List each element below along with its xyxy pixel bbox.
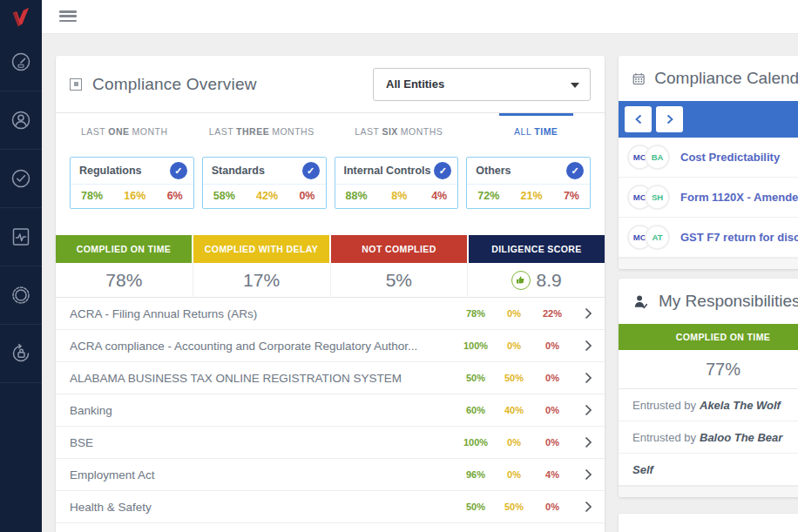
calendar-item-link[interactable]: Cost Predictability — [680, 151, 780, 164]
responsibilities-title: My Responsibilities — [659, 292, 798, 311]
calendar-nav-bar — [619, 101, 798, 138]
value-complied-with-delay: 17% — [193, 263, 331, 298]
page-title: Compliance Overview — [92, 75, 257, 94]
list-item[interactable]: ACRA - Filing Annual Returns (ARs) 78% 0… — [56, 298, 605, 330]
category-card-regulations[interactable]: Regulations 78% 16% 6% — [70, 157, 194, 209]
value-not-complied: 5% — [331, 263, 469, 298]
sidebar-item-certificates[interactable] — [0, 266, 42, 325]
list-item[interactable]: Banking 60% 40% 0% — [56, 394, 605, 427]
calendar-item-link[interactable]: GST F7 return for disc — [680, 231, 798, 244]
list-item[interactable]: ALABAMA BUSINESS TAX ONLINE REGISTRATION… — [56, 362, 605, 394]
header-complied-with-delay: COMPLIED WITH DELAY — [193, 235, 331, 263]
value-diligence-score: 8.9 — [468, 263, 605, 298]
chevron-right-icon[interactable] — [571, 372, 592, 384]
tab-all-time[interactable]: ALLTIME — [468, 113, 605, 150]
responsibility-row[interactable]: Entrusted by Baloo The Bear — [619, 421, 798, 454]
entity-filter-value: All Entities — [386, 77, 444, 91]
tab-last-six-months[interactable]: LASTSIXMONTHS — [330, 113, 468, 150]
responsibility-row[interactable]: Self — [619, 454, 798, 486]
not-complied-pct: 4% — [431, 190, 447, 202]
header-diligence-score: DILIGENCE SCORE — [469, 235, 605, 263]
category-card-others[interactable]: Others 72% 21% 7% — [466, 157, 591, 209]
top-bar — [42, 0, 798, 34]
security-audit-icon — [10, 342, 32, 365]
calendar-prev-button[interactable] — [625, 106, 652, 132]
category-card-standards[interactable]: Standards 58% 42% 0% — [202, 157, 327, 209]
on-time-pct: 72% — [477, 190, 499, 202]
self-label: Self — [632, 463, 653, 476]
value-complied-on-time: 78% — [56, 263, 193, 298]
sidebar-item-security-audit[interactable] — [0, 325, 42, 383]
calendar-item[interactable]: MO BA Cost Predictability — [619, 138, 798, 178]
tab-last-three-months[interactable]: LASTTHREEMONTHS — [193, 113, 331, 150]
list-item[interactable]: BSE 100% 0% 0% — [56, 427, 605, 459]
time-filter-tabs: LASTONEMONTH LASTTHREEMONTHS LASTSIXMONT… — [56, 113, 605, 150]
header-not-complied: NOT COMPLIED — [331, 235, 469, 263]
entity-badge: SH — [645, 185, 670, 210]
entrusted-by-label: Entrusted by — [632, 399, 696, 412]
list-item[interactable]: ACRA compliance - Accounting and Corpora… — [56, 330, 605, 362]
category-label: Standards — [212, 165, 265, 177]
overview-widget-icon — [70, 78, 82, 91]
chevron-right-icon[interactable] — [571, 340, 592, 352]
caret-down-icon — [571, 83, 579, 88]
on-time-pct: 58% — [213, 190, 235, 202]
user-icon — [10, 109, 32, 131]
entrusted-by-name: Baloo The Bear — [700, 431, 782, 444]
chevron-right-icon — [666, 114, 673, 125]
sidebar — [0, 0, 42, 532]
entrusted-by-label: Entrusted by — [632, 431, 696, 444]
list-item[interactable]: Employment Act 96% 0% 4% — [56, 459, 605, 491]
responsibilities-complied-header: COMPLIED ON TIME — [619, 324, 798, 350]
chevron-right-icon[interactable] — [571, 436, 592, 448]
person-check-icon — [632, 293, 649, 310]
sidebar-item-reports[interactable] — [0, 208, 42, 266]
hamburger-menu-icon[interactable] — [59, 10, 77, 23]
checkmark-logo-icon — [9, 4, 33, 29]
check-circle-icon — [10, 167, 32, 190]
chevron-right-icon[interactable] — [571, 501, 592, 513]
responsibilities-header: My Responsibilities — [619, 279, 798, 324]
not-complied-pct: 6% — [167, 190, 183, 202]
list-item[interactable]: Health & Safety 50% 50% 0% — [56, 491, 605, 523]
sidebar-item-compliance[interactable] — [0, 150, 42, 208]
check-circle-icon[interactable] — [170, 162, 187, 179]
responsibility-row[interactable]: Entrusted by Akela The Wolf — [619, 389, 798, 421]
sidebar-item-users[interactable] — [0, 91, 42, 150]
not-complied-pct: 0% — [299, 190, 314, 202]
responsibilities-complied-value: 77% — [619, 350, 798, 389]
category-cards: Regulations 78% 16% 6% Standards 58% 42%… — [56, 150, 605, 209]
chevron-right-icon[interactable] — [571, 468, 592, 481]
badge-icon — [10, 284, 32, 306]
calendar-item-link[interactable]: Form 1120X - Amende — [680, 191, 798, 204]
entity-filter-dropdown[interactable]: All Entities — [373, 68, 591, 101]
check-circle-icon[interactable] — [566, 162, 584, 179]
panel-footer — [619, 258, 798, 269]
entity-badge: AT — [645, 225, 670, 250]
category-card-internal-controls[interactable]: Internal Controls 88% 8% 4% — [335, 157, 459, 209]
calendar-item[interactable]: MO AT GST F7 return for disc — [619, 218, 798, 258]
header-complied-on-time: COMPLIED ON TIME — [56, 235, 193, 263]
list-item[interactable]: Internal Reports 100% 0% 0% — [56, 523, 605, 532]
my-responsibilities-panel: My Responsibilities COMPLIED ON TIME 77%… — [619, 279, 798, 497]
calendar-title: Compliance Calendar — [654, 69, 798, 88]
panel-footer — [619, 486, 798, 497]
dashboard-icon — [10, 51, 32, 73]
sidebar-item-dashboard[interactable] — [0, 33, 42, 91]
entity-badge: BA — [645, 145, 670, 170]
category-label: Others — [476, 165, 511, 177]
chevron-right-icon[interactable] — [571, 404, 592, 416]
check-circle-icon[interactable] — [434, 162, 451, 179]
calendar-item[interactable]: MO SH Form 1120X - Amende — [619, 178, 798, 218]
calendar-next-button[interactable] — [656, 106, 683, 132]
tab-last-one-month[interactable]: LASTONEMONTH — [56, 113, 193, 150]
chevron-right-icon[interactable] — [571, 307, 592, 320]
entrusted-by-name: Akela The Wolf — [700, 399, 781, 412]
report-icon — [10, 226, 32, 248]
delay-pct: 16% — [124, 190, 145, 202]
check-circle-icon[interactable] — [302, 162, 320, 179]
delay-pct: 42% — [256, 190, 278, 202]
delay-pct: 21% — [521, 190, 543, 202]
compliance-calendar-panel: Compliance Calendar MO BA Cost Predictab… — [619, 56, 798, 269]
summary-table: COMPLIED ON TIME COMPLIED WITH DELAY NOT… — [56, 235, 605, 298]
